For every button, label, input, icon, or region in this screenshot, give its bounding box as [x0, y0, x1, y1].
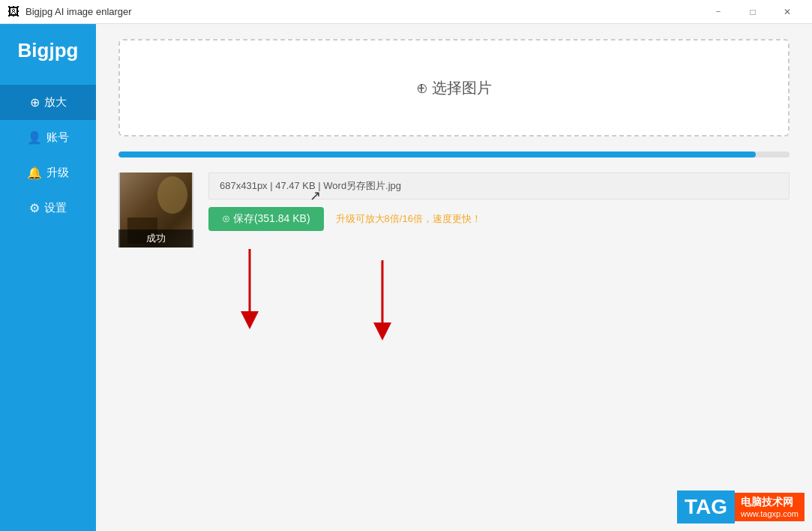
upgrade-icon: 🔔: [27, 166, 42, 180]
file-info-bar: 687x431px | 47.47 KB | Word另存图片.jpg: [208, 172, 790, 200]
app-title: Bigjpg AI image enlarger: [25, 6, 701, 17]
sidebar-item-upgrade[interactable]: 🔔 升级: [0, 155, 96, 190]
watermark-site-name: 电脑技术网: [741, 496, 799, 509]
result-info: 687x431px | 47.47 KB | Word另存图片.jpg ⊙ 保存…: [208, 172, 790, 231]
sidebar-item-enlarge[interactable]: ⊕ 放大: [0, 85, 96, 120]
success-badge: 成功: [118, 230, 193, 248]
upgrade-hint: 升级可放大8倍/16倍，速度更快！: [336, 212, 481, 226]
sidebar-logo: Bigjpg: [18, 39, 79, 62]
account-label: 账号: [46, 130, 69, 145]
app-icon: 🖼: [7, 5, 21, 19]
red-arrow-2-svg: [367, 253, 397, 343]
minimize-button[interactable]: －: [701, 0, 736, 24]
sidebar-item-account[interactable]: 👤 账号: [0, 120, 96, 155]
sidebar: Bigjpg ⊕ 放大 👤 账号 🔔 升级 ⚙ 设置: [0, 24, 96, 531]
watermark-info: 电脑技术网 www.tagxp.com: [735, 493, 805, 521]
enlarge-label: 放大: [44, 95, 67, 110]
enlarge-icon: ⊕: [30, 95, 40, 110]
close-button[interactable]: ✕: [770, 0, 805, 24]
maximize-button[interactable]: □: [736, 0, 770, 24]
arrow-2: [367, 253, 397, 346]
drop-zone-text: ⊕ 选择图片: [416, 78, 493, 98]
main-content: ⊕ 选择图片: [96, 24, 812, 531]
result-row: 成功 687x431px | 47.47 KB | Word另存图片.jpg ⊙…: [118, 172, 790, 248]
watermark-tag: TAG: [677, 490, 735, 524]
result-actions: ⊙ 保存(351.84 KB) 升级可放大8倍/16倍，速度更快！: [208, 207, 790, 231]
drop-zone[interactable]: ⊕ 选择图片: [118, 39, 790, 136]
app-body: Bigjpg ⊕ 放大 👤 账号 🔔 升级 ⚙ 设置 ⊕ 选择图片: [0, 24, 812, 531]
window-controls: － □ ✕: [701, 0, 805, 24]
thumbnail-wrapper: 成功: [118, 172, 193, 248]
settings-icon: ⚙: [29, 201, 40, 215]
titlebar: 🖼 Bigjpg AI image enlarger － □ ✕: [0, 0, 812, 24]
save-button[interactable]: ⊙ 保存(351.84 KB): [208, 207, 324, 231]
progress-bar-container: [118, 152, 790, 158]
upgrade-label: 升级: [46, 166, 69, 180]
watermark-site-url: www.tagxp.com: [741, 509, 799, 518]
account-icon: 👤: [27, 130, 42, 145]
red-arrow-1-svg: [235, 242, 265, 332]
settings-label: 设置: [44, 201, 67, 215]
arrow-1: [235, 242, 265, 334]
sidebar-item-settings[interactable]: ⚙ 设置: [0, 190, 96, 226]
progress-bar-fill: [118, 152, 756, 158]
svg-point-2: [157, 176, 187, 214]
watermark: TAG 电脑技术网 www.tagxp.com: [677, 490, 805, 524]
